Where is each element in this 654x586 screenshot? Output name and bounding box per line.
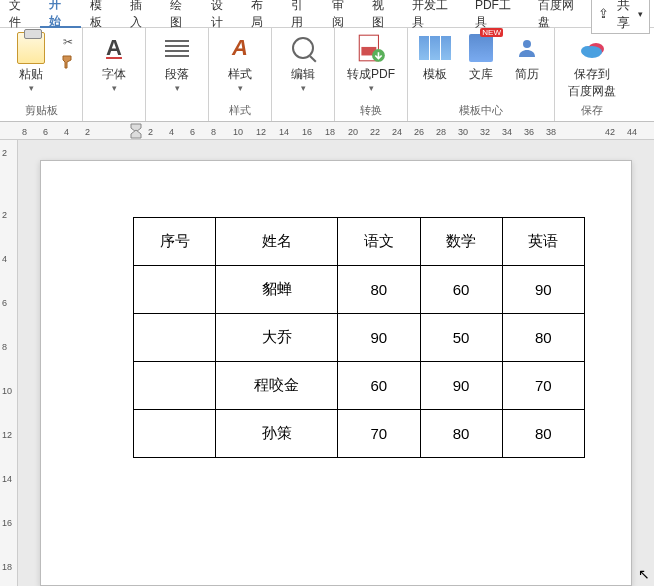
menu-开发工具[interactable]: 开发工具 xyxy=(403,0,466,28)
table-header-row[interactable]: 序号姓名语文数学英语 xyxy=(134,218,585,266)
styles-group-label: 样式 xyxy=(209,101,271,121)
table-cell[interactable]: 70 xyxy=(502,362,584,410)
table-cell[interactable]: 60 xyxy=(420,266,502,314)
ruler-tick-label: 10 xyxy=(233,127,243,137)
ruler-tick-label: 8 xyxy=(211,127,216,137)
ruler-tick-label: 16 xyxy=(302,127,312,137)
ruler-tick-label: 8 xyxy=(2,342,7,352)
ruler-tick-label: 16 xyxy=(2,518,12,528)
paste-button[interactable]: 粘贴 ▾ xyxy=(6,32,56,93)
styles-button[interactable]: A 样式 ▾ xyxy=(215,32,265,93)
ruler-tick-label: 2 xyxy=(2,210,7,220)
table-cell[interactable]: 孙策 xyxy=(216,410,338,458)
table-cell[interactable]: 80 xyxy=(502,314,584,362)
ruler-tick-label: 18 xyxy=(325,127,335,137)
ruler-tick-label: 2 xyxy=(2,148,7,158)
ruler-tick-label: 28 xyxy=(436,127,446,137)
ribbon-group-template-center: 模板 NEW 文库 简历 模板中心 xyxy=(408,28,555,121)
template-button[interactable]: 模板 xyxy=(414,32,456,83)
table-cell[interactable]: 50 xyxy=(420,314,502,362)
table-cell[interactable]: 80 xyxy=(502,410,584,458)
table-cell[interactable]: 60 xyxy=(338,362,420,410)
pdf-icon xyxy=(355,32,387,64)
cloud-icon xyxy=(576,32,608,64)
menu-PDF工具[interactable]: PDF工具 xyxy=(466,0,529,28)
styles-icon: A xyxy=(232,35,248,61)
ruler-tick-label: 44 xyxy=(627,127,637,137)
table-cell[interactable]: 80 xyxy=(420,410,502,458)
table-cell[interactable]: 70 xyxy=(338,410,420,458)
convert-group-label: 转换 xyxy=(335,101,407,121)
table-cell[interactable]: 貂蝉 xyxy=(216,266,338,314)
table-row[interactable]: 孙策708080 xyxy=(134,410,585,458)
search-icon xyxy=(292,37,314,59)
table-cell[interactable]: 90 xyxy=(502,266,584,314)
ruler-tick-label: 36 xyxy=(524,127,534,137)
cut-button[interactable]: ✂ xyxy=(60,34,76,50)
table-cell[interactable]: 程咬金 xyxy=(216,362,338,410)
resume-button[interactable]: 简历 xyxy=(506,32,548,83)
convert-pdf-button[interactable]: 转成PDF ▾ xyxy=(341,32,401,93)
table-header-cell[interactable]: 序号 xyxy=(134,218,216,266)
table-cell[interactable] xyxy=(134,266,216,314)
table-header-cell[interactable]: 语文 xyxy=(338,218,420,266)
menu-视图[interactable]: 视图 xyxy=(363,0,403,28)
paragraph-button[interactable]: 段落 ▾ xyxy=(152,32,202,93)
menu-审阅[interactable]: 审阅 xyxy=(323,0,363,28)
table-cell[interactable]: 90 xyxy=(420,362,502,410)
ribbon-group-convert: 转成PDF ▾ 转换 xyxy=(335,28,408,121)
ruler-tick-label: 20 xyxy=(348,127,358,137)
table-cell[interactable] xyxy=(134,362,216,410)
template-icon xyxy=(419,36,451,60)
table-cell[interactable] xyxy=(134,410,216,458)
menu-设计[interactable]: 设计 xyxy=(202,0,242,28)
table-cell[interactable]: 80 xyxy=(338,266,420,314)
menu-百度网盘[interactable]: 百度网盘 xyxy=(529,0,592,28)
table-row[interactable]: 貂蝉806090 xyxy=(134,266,585,314)
menu-文件[interactable]: 文件 xyxy=(0,0,40,28)
page-area[interactable]: 序号姓名语文数学英语 貂蝉806090大乔905080程咬金609070孙策70… xyxy=(18,140,654,586)
menu-绘图[interactable]: 绘图 xyxy=(161,0,201,28)
table-cell[interactable] xyxy=(134,314,216,362)
menu-插入[interactable]: 插入 xyxy=(121,0,161,28)
table-row[interactable]: 程咬金609070 xyxy=(134,362,585,410)
format-painter-button[interactable] xyxy=(60,54,76,70)
horizontal-ruler[interactable]: 8642246810121416182022242628303234363842… xyxy=(0,122,654,140)
ruler-tick-label: 8 xyxy=(22,127,27,137)
save-to-cloud-button[interactable]: 保存到 百度网盘 xyxy=(561,32,623,100)
indent-marker[interactable] xyxy=(130,123,142,139)
data-table[interactable]: 序号姓名语文数学英语 貂蝉806090大乔905080程咬金609070孙策70… xyxy=(133,217,585,458)
clipboard-icon xyxy=(17,32,45,64)
font-button[interactable]: A 字体 ▾ xyxy=(89,32,139,93)
ruler-tick-label: 6 xyxy=(2,298,7,308)
ruler-tick-label: 14 xyxy=(2,474,12,484)
ruler-tick-label: 24 xyxy=(392,127,402,137)
wenku-button[interactable]: NEW 文库 xyxy=(460,32,502,83)
table-row[interactable]: 大乔905080 xyxy=(134,314,585,362)
svg-point-3 xyxy=(523,40,531,48)
ruler-tick-label: 14 xyxy=(279,127,289,137)
dropdown-icon: ▾ xyxy=(301,83,306,93)
ruler-tick-label: 38 xyxy=(546,127,556,137)
menu-布局[interactable]: 布局 xyxy=(242,0,282,28)
table-header-cell[interactable]: 姓名 xyxy=(216,218,338,266)
font-icon: A xyxy=(106,35,122,61)
table-header-cell[interactable]: 英语 xyxy=(502,218,584,266)
dropdown-icon: ▾ xyxy=(238,83,243,93)
ribbon-group-editing: 编辑 ▾ xyxy=(272,28,335,121)
ruler-tick-label: 22 xyxy=(370,127,380,137)
menu-开始[interactable]: 开始 xyxy=(40,0,80,28)
template-center-group-label: 模板中心 xyxy=(408,101,554,121)
ruler-tick-label: 12 xyxy=(2,430,12,440)
vertical-ruler[interactable]: 224681012141618 xyxy=(0,140,18,586)
document-page[interactable]: 序号姓名语文数学英语 貂蝉806090大乔905080程咬金609070孙策70… xyxy=(40,160,632,586)
table-cell[interactable]: 90 xyxy=(338,314,420,362)
ruler-tick-label: 4 xyxy=(2,254,7,264)
menu-引用[interactable]: 引用 xyxy=(282,0,322,28)
ruler-tick-label: 34 xyxy=(502,127,512,137)
menu-模板[interactable]: 模板 xyxy=(81,0,121,28)
workspace: 224681012141618 序号姓名语文数学英语 貂蝉806090大乔905… xyxy=(0,140,654,586)
editing-button[interactable]: 编辑 ▾ xyxy=(278,32,328,93)
table-header-cell[interactable]: 数学 xyxy=(420,218,502,266)
table-cell[interactable]: 大乔 xyxy=(216,314,338,362)
